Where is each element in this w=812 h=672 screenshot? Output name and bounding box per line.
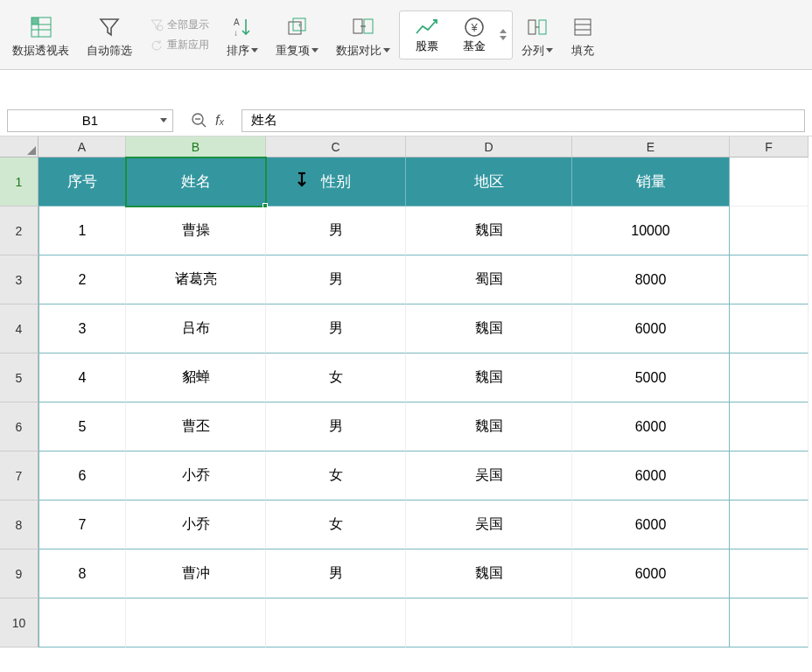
cell-E8[interactable]: 6000 (572, 500, 730, 550)
name-box-input[interactable] (29, 113, 151, 128)
column-header-C[interactable]: C (266, 136, 406, 158)
cell-A2[interactable]: 1 (38, 206, 126, 256)
duplicate-button[interactable]: + 重复项 (267, 4, 327, 66)
row-header-10[interactable]: 10 (0, 598, 38, 648)
cell-E2[interactable]: 10000 (572, 206, 730, 256)
cell-C7[interactable]: 女 (266, 452, 406, 500)
cell-C9[interactable]: 男 (266, 550, 406, 598)
row-header-6[interactable]: 6 (0, 402, 38, 452)
cell-B10[interactable] (126, 598, 266, 648)
column-header-E[interactable]: E (572, 136, 730, 158)
row-header-4[interactable]: 4 (0, 304, 38, 354)
cells-area[interactable]: 序号姓名性别地区销量1曹操男魏国100002诸葛亮男蜀国80003吕布男魏国60… (38, 158, 808, 648)
cell-D8[interactable]: 吴国 (406, 500, 572, 550)
cell-D5[interactable]: 魏国 (406, 354, 572, 402)
cell-C8[interactable]: 女 (266, 500, 406, 550)
stock-button[interactable]: 股票 (405, 14, 449, 56)
column-header-F[interactable]: F (730, 136, 808, 158)
cell-B4[interactable]: 吕布 (126, 304, 266, 354)
cell-C2[interactable]: 男 (266, 206, 406, 256)
cell-D4[interactable]: 魏国 (406, 304, 572, 354)
cell-A3[interactable]: 2 (38, 256, 126, 304)
cell-E5[interactable]: 5000 (572, 354, 730, 402)
column-header-B[interactable]: B (126, 136, 266, 158)
cell-A8[interactable]: 7 (38, 500, 126, 550)
cell-F7[interactable] (730, 452, 808, 500)
cell-E7[interactable]: 6000 (572, 452, 730, 500)
cell-B2[interactable]: 曹操 (126, 206, 266, 256)
cell-E4[interactable]: 6000 (572, 304, 730, 354)
cell-F9[interactable] (730, 550, 808, 598)
split-button[interactable]: 分列 (513, 4, 562, 66)
sort-button[interactable]: A↓ 排序 (218, 4, 267, 66)
fx-icon[interactable]: fx (215, 113, 224, 129)
formula-input[interactable] (242, 109, 805, 132)
cell-F10[interactable] (730, 598, 808, 648)
column-header-A[interactable]: A (38, 136, 126, 158)
cell-D2[interactable]: 魏国 (406, 206, 572, 256)
row-header-3[interactable]: 3 (0, 256, 38, 304)
cell-E1[interactable]: 销量 (572, 158, 730, 206)
cell-A6[interactable]: 5 (38, 402, 126, 452)
reapply-button[interactable]: 重新应用 (146, 36, 213, 54)
select-all-corner[interactable] (0, 136, 38, 158)
cell-F6[interactable] (730, 402, 808, 452)
cell-D7[interactable]: 吴国 (406, 452, 572, 500)
row-header-1[interactable]: 1 (0, 158, 38, 206)
cell-E9[interactable]: 6000 (572, 550, 730, 598)
row-header-5[interactable]: 5 (0, 354, 38, 402)
showall-button[interactable]: 全部显示 (146, 16, 213, 34)
column-header-D[interactable]: D (406, 136, 572, 158)
cell-D1[interactable]: 地区 (406, 158, 572, 206)
cell-E10[interactable] (572, 598, 730, 648)
pivot-table-button[interactable]: 数据透视表 (4, 4, 78, 66)
cell-B9[interactable]: 曹冲 (126, 550, 266, 598)
cell-F5[interactable] (730, 354, 808, 402)
cell-F1[interactable] (730, 158, 808, 206)
cell-F2[interactable] (730, 206, 808, 256)
row-header-8[interactable]: 8 (0, 500, 38, 550)
cell-E3[interactable]: 8000 (572, 256, 730, 304)
formula-bar-row: fx (0, 105, 812, 136)
cell-B8[interactable]: 小乔 (126, 500, 266, 550)
cell-A7[interactable]: 6 (38, 452, 126, 500)
cell-C4[interactable]: 男 (266, 304, 406, 354)
cell-B6[interactable]: 曹丕 (126, 402, 266, 452)
cell-C1[interactable]: 性别 (266, 158, 406, 206)
cell-B1[interactable]: 姓名 (126, 158, 266, 206)
row-header-2[interactable]: 2 (0, 206, 38, 256)
cell-F8[interactable] (730, 500, 808, 550)
svg-text:↓: ↓ (234, 28, 238, 38)
cell-D6[interactable]: 魏国 (406, 402, 572, 452)
fill-button[interactable]: 填充 (562, 4, 604, 66)
cell-C6[interactable]: 男 (266, 402, 406, 452)
cell-B7[interactable]: 小乔 (126, 452, 266, 500)
fill-handle[interactable] (262, 203, 268, 208)
cell-F3[interactable] (730, 256, 808, 304)
filter-button[interactable]: 自动筛选 (78, 4, 141, 66)
cell-C10[interactable] (266, 598, 406, 648)
cell-A9[interactable]: 8 (38, 550, 126, 598)
cell-B5[interactable]: 貂蝉 (126, 354, 266, 402)
cell-A4[interactable]: 3 (38, 304, 126, 354)
cell-A1[interactable]: 序号 (38, 158, 126, 206)
name-box[interactable] (7, 109, 173, 132)
cell-C3[interactable]: 男 (266, 256, 406, 304)
cell-F4[interactable] (730, 304, 808, 354)
cell-D3[interactable]: 蜀国 (406, 256, 572, 304)
cell-B3[interactable]: 诸葛亮 (126, 256, 266, 304)
cell-A5[interactable]: 4 (38, 354, 126, 402)
row-header-7[interactable]: 7 (0, 452, 38, 500)
cell-A10[interactable] (38, 598, 126, 648)
cell-D10[interactable] (406, 598, 572, 648)
row-headers: 12345678910 (0, 158, 38, 648)
cell-E6[interactable]: 6000 (572, 402, 730, 452)
svg-line-22 (202, 122, 206, 127)
zoom-out-icon[interactable] (191, 112, 208, 130)
fund-button[interactable]: ¥ 基金 (452, 14, 496, 56)
compare-button[interactable]: 数据对比 (327, 4, 399, 66)
cell-C5[interactable]: 女 (266, 354, 406, 402)
row-header-9[interactable]: 9 (0, 550, 38, 598)
group-scroll[interactable] (500, 29, 507, 40)
cell-D9[interactable]: 魏国 (406, 550, 572, 598)
